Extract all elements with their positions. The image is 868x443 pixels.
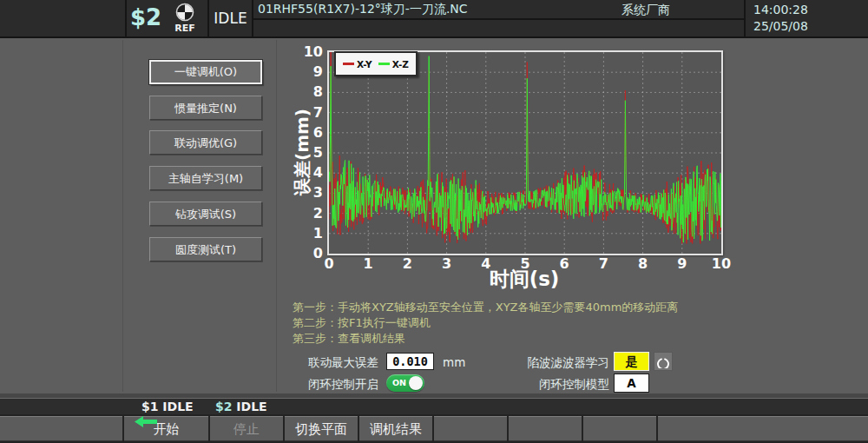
topbar-divider (744, 0, 746, 36)
instruction-step-2: 第二步：按F1执行一键调机 (293, 315, 431, 331)
x-tick-7: 7 (592, 255, 615, 272)
model-value[interactable]: A (614, 374, 649, 393)
cycle-button[interactable] (654, 352, 673, 371)
y-tick-9: 9 (293, 63, 323, 80)
model-label: 闭环控制模型 (523, 377, 609, 393)
legend-swatch-xy (343, 63, 354, 65)
softkey-empty-2 (509, 416, 582, 441)
program-name: 01RHF55(R1X7)-12°球刀-一刀流.NC (258, 2, 468, 17)
topbar-divider (253, 18, 744, 20)
softkey-tuning-result[interactable]: 调机结果 (359, 416, 432, 441)
legend-label-xz: X-Z (392, 59, 409, 69)
channel2-status: $2 IDLE (215, 400, 267, 413)
sidebar-item-one-key-tuning[interactable]: 一键调机(O) (149, 60, 262, 84)
closed-loop-label: 闭环控制开启 (292, 377, 378, 393)
closed-loop-toggle[interactable]: ON (386, 374, 424, 392)
screen: $2 REF IDLE 01RHF55(R1X7)-12°球刀-一刀流.NC 系… (0, 0, 868, 443)
y-tick-1: 1 (293, 225, 323, 241)
max-error-input[interactable]: 0.010 (386, 353, 434, 370)
plot-grid (329, 52, 721, 254)
channel-label: $2 (130, 4, 161, 30)
notch-filter-value[interactable]: 是 (614, 352, 649, 371)
panel-divider (122, 40, 123, 392)
softkey-empty-right (658, 416, 868, 441)
x-tick-8: 8 (632, 255, 654, 272)
softkey-empty-1 (434, 416, 507, 441)
top-bar: $2 REF IDLE 01RHF55(R1X7)-12°球刀-一刀流.NC 系… (0, 0, 868, 38)
softkey-stop[interactable]: 停止 (210, 416, 283, 441)
x-tick-3: 3 (436, 255, 458, 272)
legend-label-xy: X-Y (357, 59, 372, 69)
softkey-empty-left (0, 416, 122, 441)
y-tick-10: 10 (293, 43, 323, 60)
status-bar: $1 IDLE $2 IDLE (0, 398, 868, 414)
vendor-label: 系统厂商 (538, 3, 670, 18)
max-error-unit: mm (443, 355, 465, 369)
clock-date: 25/05/08 (753, 19, 808, 33)
sidebar-item-inertia-estimation[interactable]: 惯量推定(N) (149, 96, 262, 120)
toggle-on-label: ON (392, 374, 406, 392)
y-tick-0: 0 (293, 245, 323, 261)
sidebar-item-drill-tap-debug[interactable]: 钻攻调试(S) (149, 202, 262, 226)
sidebar-item-spindle-self-learning[interactable]: 主轴自学习(M) (149, 166, 262, 190)
max-error-label: 联动最大误差 (292, 355, 378, 371)
softkey-bar: 开始停止切换平面调机结果 (0, 414, 868, 443)
panel-divider (276, 40, 277, 392)
mode-label: IDLE (209, 0, 252, 36)
x-tick-1: 1 (357, 255, 379, 272)
x-tick-2: 2 (396, 255, 418, 272)
x-tick-9: 9 (671, 255, 694, 272)
channel1-status: $1 IDLE (141, 400, 194, 413)
ref-label: REF (170, 23, 200, 34)
topbar-divider (125, 0, 127, 36)
notch-filter-label: 陷波滤波器学习 (523, 355, 609, 371)
chart-canvas (329, 52, 721, 254)
instruction-step-3: 第三步：查看调机结果 (293, 331, 405, 347)
sidebar-item-roundness-test[interactable]: 圆度测试(T) (149, 237, 262, 261)
toggle-knob (409, 376, 423, 390)
x-tick-10: 10 (710, 255, 733, 272)
sidebar-item-linkage-tuning[interactable]: 联动调优(G) (149, 130, 262, 155)
x-axis-label: 时间(s) (472, 266, 576, 293)
y-axis-label: 误差(mm) (291, 91, 312, 213)
chart-legend: X-Y X-Z (334, 51, 418, 76)
softkey-switch-plane[interactable]: 切换平面 (285, 416, 358, 441)
instruction-step-1: 第一步：手动将XYZ轴移动至安全位置，XYZ各轴至少需要40mm的移动距离 (293, 300, 678, 315)
legend-item-xy: X-Y (343, 59, 372, 69)
legend-item-xz: X-Z (378, 59, 409, 69)
back-arrow-icon (135, 416, 157, 427)
softkey-empty-3 (583, 416, 656, 441)
cycle-icon (656, 354, 670, 368)
legend-swatch-xz (378, 63, 390, 65)
clock-time: 14:00:28 (753, 3, 808, 17)
chart-plot (327, 50, 723, 255)
